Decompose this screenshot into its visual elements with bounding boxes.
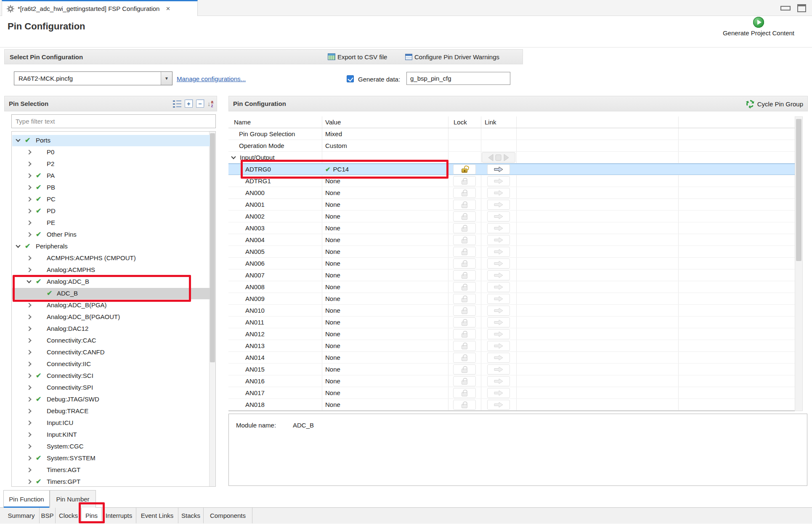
link-arrow-icon[interactable]	[487, 282, 510, 292]
tree-item-analog-acmphs[interactable]: Analog:ACMPHS	[12, 264, 210, 276]
lock-open-icon[interactable]	[453, 164, 476, 174]
lock-icon[interactable]	[453, 306, 476, 316]
chevron-expanded-icon[interactable]	[231, 154, 236, 159]
pincfg-dropdown[interactable]: RA6T2-MCK.pincfg ▼	[14, 71, 172, 85]
lock-icon[interactable]	[453, 294, 476, 304]
tree-item-debug-trace[interactable]: Debug:TRACE	[12, 406, 210, 417]
tree-item-connectivity-iic[interactable]: Connectivity:IIC	[12, 359, 210, 370]
generate-project-content-button[interactable]: Generate Project Content	[710, 17, 807, 37]
pin-row-pin-group-selection[interactable]: Pin Group SelectionMixed	[228, 128, 795, 140]
pin-row-an003[interactable]: AN003None	[228, 222, 795, 234]
pin-row-an008[interactable]: AN008None	[228, 281, 795, 293]
configure-pin-driver-warnings-button[interactable]: Configure Pin Driver Warnings	[405, 53, 499, 61]
tree-item-pe[interactable]: PE	[12, 217, 210, 229]
expand-all-icon[interactable]: +	[185, 100, 193, 108]
tree-item-analog-dac12[interactable]: Analog:DAC12	[12, 323, 210, 335]
tree-item-other-pins[interactable]: ✔Other Pins	[12, 229, 210, 240]
tree-item-timers-agt[interactable]: Timers:AGT	[12, 464, 210, 476]
chevron-collapsed-icon[interactable]	[27, 185, 31, 190]
chevron-collapsed-icon[interactable]	[27, 361, 31, 366]
pin-row-an002[interactable]: AN002None	[228, 211, 795, 222]
page-tab-summary[interactable]: Summary	[3, 508, 40, 523]
chevron-collapsed-icon[interactable]	[27, 208, 31, 213]
link-arrow-icon[interactable]	[487, 294, 510, 304]
chevron-collapsed-icon[interactable]	[27, 338, 31, 343]
lock-icon[interactable]	[453, 317, 476, 327]
table-scrollbar-thumb[interactable]	[796, 119, 801, 261]
pin-row-an017[interactable]: AN017None	[228, 387, 795, 399]
tree-item-acmphs-acmphs-cmpout[interactable]: ACMPHS:ACMPHS (CMPOUT)	[12, 253, 210, 264]
link-arrow-icon[interactable]	[487, 376, 510, 386]
pin-row-an005[interactable]: AN005None	[228, 246, 795, 258]
minimize-icon[interactable]	[780, 6, 791, 11]
cycle-pin-group-button[interactable]: Cycle Pin Group	[746, 99, 803, 108]
pin-row-an015[interactable]: AN015None	[228, 364, 795, 375]
pin-row-an004[interactable]: AN004None	[228, 234, 795, 246]
tree-item-system-cgc[interactable]: System:CGC	[12, 441, 210, 452]
pin-row-an007[interactable]: AN007None	[228, 269, 795, 281]
view-tab-pin-function[interactable]: Pin Function	[3, 490, 50, 508]
tree-item-timers-gpt[interactable]: ✔Timers:GPT	[12, 476, 210, 487]
pin-row-an013[interactable]: AN013None	[228, 340, 795, 352]
chevron-collapsed-icon[interactable]	[27, 161, 31, 166]
pin-row-input-output[interactable]: Input/Output	[228, 152, 795, 164]
link-arrow-icon[interactable]	[487, 223, 510, 233]
tree-item-input-kint[interactable]: Input:KINT	[12, 429, 210, 441]
pin-row-an001[interactable]: AN001None	[228, 199, 795, 211]
lock-icon[interactable]	[453, 341, 476, 351]
link-arrow-icon[interactable]	[487, 188, 510, 198]
chevron-collapsed-icon[interactable]	[27, 173, 31, 178]
chevron-collapsed-icon[interactable]	[27, 456, 31, 460]
pin-row-an012[interactable]: AN012None	[228, 328, 795, 340]
maximize-icon[interactable]	[797, 4, 806, 12]
chevron-down-icon[interactable]: ▼	[161, 72, 172, 85]
pin-row-an006[interactable]: AN006None	[228, 258, 795, 269]
tree-scrollbar-thumb[interactable]	[210, 133, 215, 362]
chevron-expanded-icon[interactable]	[16, 243, 20, 248]
chevron-collapsed-icon[interactable]	[27, 220, 31, 225]
link-arrow-icon[interactable]	[487, 247, 510, 257]
export-csv-button[interactable]: Export to CSV file	[328, 53, 387, 61]
generate-data-checkbox[interactable]	[347, 75, 354, 82]
chevron-collapsed-icon[interactable]	[27, 467, 31, 472]
collapse-all-icon[interactable]: −	[196, 100, 204, 108]
chevron-collapsed-icon[interactable]	[27, 267, 31, 272]
link-arrow-icon[interactable]	[487, 353, 510, 363]
lock-icon[interactable]	[453, 388, 476, 398]
pin-row-adtrg1[interactable]: ADTRG1None	[228, 175, 795, 187]
link-arrow-icon[interactable]	[487, 200, 510, 210]
tree-item-p2[interactable]: P2	[12, 158, 210, 170]
page-tab-event-links[interactable]: Event Links	[136, 508, 178, 523]
chevron-collapsed-icon[interactable]	[27, 479, 31, 484]
chevron-collapsed-icon[interactable]	[27, 385, 31, 390]
chevron-collapsed-icon[interactable]	[27, 350, 31, 354]
lock-icon[interactable]	[453, 211, 476, 222]
tree-item-connectivity-canfd[interactable]: Connectivity:CANFD	[12, 347, 210, 358]
tree-item-ports[interactable]: ✔Ports	[12, 135, 210, 146]
tree-item-debug-jtag-swd[interactable]: ✔Debug:JTAG/SWD	[12, 394, 210, 405]
page-tab-components[interactable]: Components	[204, 508, 252, 523]
tree-item-analog-adc-b-pga[interactable]: Analog:ADC_B(PGA)	[12, 300, 210, 311]
chevron-collapsed-icon[interactable]	[27, 256, 31, 260]
tree-item-analog-adc-b-pgaout[interactable]: Analog:ADC_B(PGAOUT)	[12, 311, 210, 323]
tree-item-pa[interactable]: ✔PA	[12, 170, 210, 182]
table-scrollbar[interactable]	[795, 116, 803, 411]
tree-item-pc[interactable]: ✔PC	[12, 194, 210, 205]
pin-row-an018[interactable]: AN018None	[228, 399, 795, 411]
pin-row-operation-mode[interactable]: Operation ModeCustom	[228, 140, 795, 152]
pin-row-adtrg0[interactable]: ADTRG0✔PC14	[228, 164, 795, 175]
tree-item-peripherals[interactable]: ✔Peripherals	[12, 241, 210, 252]
chevron-collapsed-icon[interactable]	[27, 432, 31, 437]
manage-configurations-link[interactable]: Manage configurations...	[177, 75, 246, 82]
page-tab-interrupts[interactable]: Interrupts	[102, 508, 136, 523]
lock-icon[interactable]	[453, 364, 476, 375]
tree-item-connectivity-cac[interactable]: Connectivity:CAC	[12, 335, 210, 346]
chevron-collapsed-icon[interactable]	[27, 232, 31, 237]
editor-tab[interactable]: *[ra6t2_adc_hwi_gettingstarted] FSP Conf…	[2, 0, 198, 16]
link-arrow-icon[interactable]	[487, 259, 510, 269]
lock-icon[interactable]	[453, 235, 476, 245]
tree-item-analog-adc-b[interactable]: ✔Analog:ADC_B	[12, 276, 210, 288]
page-tab-clocks[interactable]: Clocks	[56, 508, 82, 523]
tree-scrollbar[interactable]	[209, 132, 215, 486]
lock-icon[interactable]	[453, 223, 476, 233]
